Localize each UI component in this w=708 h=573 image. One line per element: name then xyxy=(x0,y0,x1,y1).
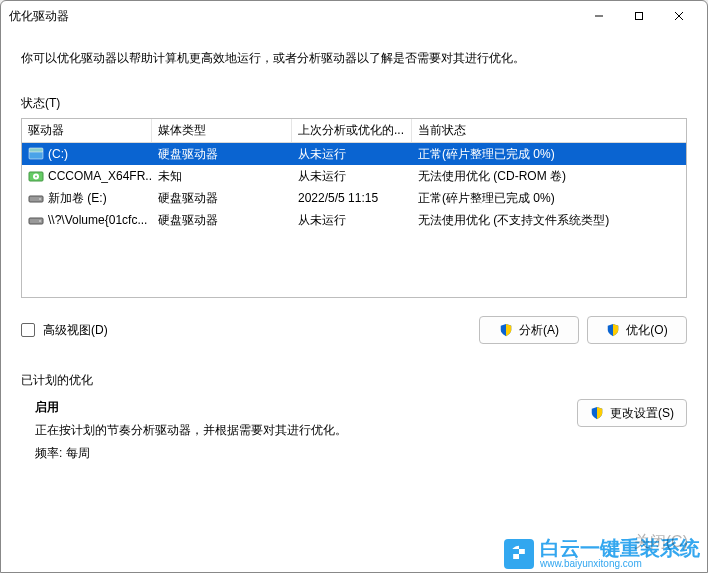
col-header-status[interactable]: 当前状态 xyxy=(412,119,686,142)
media-type: 硬盘驱动器 xyxy=(152,212,292,229)
scheduled-enabled: 启用 xyxy=(35,399,577,416)
table-row[interactable]: (C:)硬盘驱动器从未运行正常(碎片整理已完成 0%) xyxy=(22,143,686,165)
drive-icon xyxy=(28,147,44,161)
svg-rect-1 xyxy=(636,13,643,20)
drive-icon xyxy=(28,213,44,227)
watermark-url: www.baiyunxitong.com xyxy=(540,558,700,569)
svg-rect-5 xyxy=(29,148,43,152)
titlebar: 优化驱动器 xyxy=(1,1,707,31)
current-status: 正常(碎片整理已完成 0%) xyxy=(412,146,686,163)
change-settings-button[interactable]: 更改设置(S) xyxy=(577,399,687,427)
optimize-label: 优化(O) xyxy=(626,322,667,339)
scheduled-title: 已计划的优化 xyxy=(21,372,687,389)
last-run: 2022/5/5 11:15 xyxy=(292,191,412,205)
media-type: 硬盘驱动器 xyxy=(152,146,292,163)
minimize-button[interactable] xyxy=(579,2,619,30)
svg-point-8 xyxy=(35,176,37,178)
window-title: 优化驱动器 xyxy=(9,8,579,25)
drive-name: \\?\Volume{01cfc... xyxy=(48,213,147,227)
advanced-view-label: 高级视图(D) xyxy=(43,322,108,339)
analyze-label: 分析(A) xyxy=(519,322,559,339)
table-row[interactable]: \\?\Volume{01cfc...硬盘驱动器从未运行无法使用优化 (不支持文… xyxy=(22,209,686,231)
table-row[interactable]: 新加卷 (E:)硬盘驱动器2022/5/5 11:15正常(碎片整理已完成 0%… xyxy=(22,187,686,209)
content: 你可以优化驱动器以帮助计算机更高效地运行，或者分析驱动器以了解是否需要对其进行优… xyxy=(1,31,707,572)
analyze-button[interactable]: 分析(A) xyxy=(479,316,579,344)
table-row[interactable]: CCCOMA_X64FR...未知从未运行无法使用优化 (CD-ROM 卷) xyxy=(22,165,686,187)
last-run: 从未运行 xyxy=(292,212,412,229)
scheduled-desc: 正在按计划的节奏分析驱动器，并根据需要对其进行优化。 xyxy=(35,422,577,439)
advanced-view-checkbox[interactable] xyxy=(21,323,35,337)
window: 优化驱动器 你可以优化驱动器以帮助计算机更高效地运行，或者分析驱动器以了解是否需… xyxy=(0,0,708,573)
status-label: 状态(T) xyxy=(21,95,687,112)
drive-name: (C:) xyxy=(48,147,68,161)
maximize-button[interactable] xyxy=(619,2,659,30)
shield-icon xyxy=(590,406,604,420)
below-table-bar: 高级视图(D) 分析(A) 优化(O) xyxy=(21,316,687,344)
table-body: (C:)硬盘驱动器从未运行正常(碎片整理已完成 0%)CCCOMA_X64FR.… xyxy=(22,143,686,231)
close-button[interactable] xyxy=(659,2,699,30)
media-type: 硬盘驱动器 xyxy=(152,190,292,207)
drive-name: 新加卷 (E:) xyxy=(48,190,107,207)
watermark-logo-icon xyxy=(504,539,534,569)
scheduled-freq: 频率: 每周 xyxy=(35,445,577,462)
table-header: 驱动器 媒体类型 上次分析或优化的... 当前状态 xyxy=(22,119,686,143)
svg-point-12 xyxy=(39,220,41,222)
drive-icon xyxy=(28,191,44,205)
description-text: 你可以优化驱动器以帮助计算机更高效地运行，或者分析驱动器以了解是否需要对其进行优… xyxy=(21,49,687,67)
scheduled-text: 启用 正在按计划的节奏分析驱动器，并根据需要对其进行优化。 频率: 每周 xyxy=(35,399,577,462)
last-run: 从未运行 xyxy=(292,146,412,163)
current-status: 正常(碎片整理已完成 0%) xyxy=(412,190,686,207)
drive-icon xyxy=(28,169,44,183)
shield-icon xyxy=(499,323,513,337)
drive-name: CCCOMA_X64FR... xyxy=(48,169,152,183)
optimize-button[interactable]: 优化(O) xyxy=(587,316,687,344)
shield-icon xyxy=(606,323,620,337)
drive-table: 驱动器 媒体类型 上次分析或优化的... 当前状态 (C:)硬盘驱动器从未运行正… xyxy=(21,118,687,298)
last-run: 从未运行 xyxy=(292,168,412,185)
svg-point-10 xyxy=(39,198,41,200)
change-settings-label: 更改设置(S) xyxy=(610,405,674,422)
col-header-media[interactable]: 媒体类型 xyxy=(152,119,292,142)
scheduled-box: 启用 正在按计划的节奏分析驱动器，并根据需要对其进行优化。 频率: 每周 更改设… xyxy=(21,399,687,462)
current-status: 无法使用优化 (不支持文件系统类型) xyxy=(412,212,686,229)
media-type: 未知 xyxy=(152,168,292,185)
col-header-drive[interactable]: 驱动器 xyxy=(22,119,152,142)
current-status: 无法使用优化 (CD-ROM 卷) xyxy=(412,168,686,185)
close-dialog-button[interactable]: 关闭(C) xyxy=(634,532,688,553)
col-header-last[interactable]: 上次分析或优化的... xyxy=(292,119,412,142)
